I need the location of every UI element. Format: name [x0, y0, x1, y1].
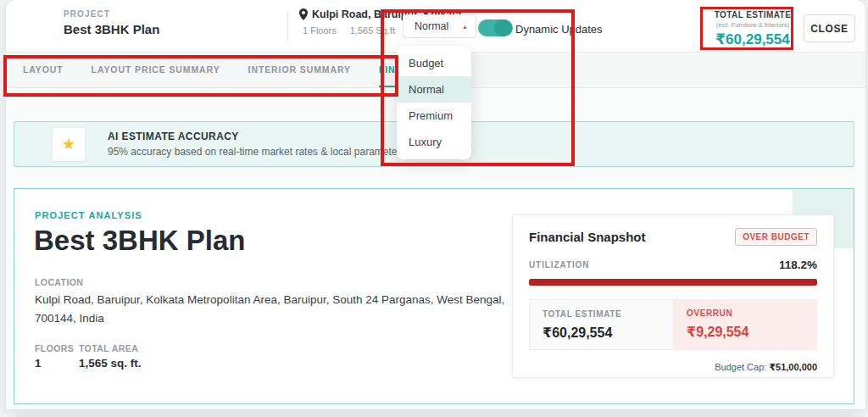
floors-meta: 1 Floors [303, 25, 337, 36]
quality-select-value: Normal [415, 20, 448, 32]
dynamic-updates-toggle[interactable] [478, 19, 513, 36]
header-divider [287, 11, 288, 42]
tab-layout[interactable]: LAYOUT [23, 53, 64, 87]
page-background: PROJECT Best 3BHK Plan Kulpi Road, Barui… [0, 0, 868, 417]
total-estimate-cell: TOTAL ESTIMATE ₹60,29,554 [529, 299, 674, 350]
utilization-bar-fill [529, 279, 817, 286]
floors-value: 1 [35, 357, 42, 370]
menu-item-normal[interactable]: Normal [397, 76, 471, 103]
cell-overrun-label: OVERRUN [687, 309, 817, 318]
banner-subtitle: 95% accuracy based on real-time market r… [108, 146, 409, 158]
quality-dropdown-menu: Budget Normal Premium Luxury [397, 46, 471, 159]
budget-cap-label: Budget Cap: [715, 362, 766, 372]
utilization-label: UTILIZATION [529, 260, 589, 270]
financial-snapshot-card: Financial Snapshot OVER BUDGET UTILIZATI… [512, 214, 834, 378]
page-title: Best 3BHK Plan [34, 225, 245, 257]
utilization-bar [529, 279, 817, 286]
project-name: Best 3BHK Plan [64, 22, 159, 36]
overrun-cell: OVERRUN ₹9,29,554 [674, 299, 817, 350]
tab-interior-summary[interactable]: INTERIOR SUMMARY [248, 53, 351, 87]
toggle-knob [495, 19, 512, 36]
project-block: PROJECT Best 3BHK Plan [64, 9, 159, 36]
total-area-label: TOTAL AREA [79, 343, 138, 353]
budget-cap: Budget Cap: ₹51,00,000 [529, 362, 817, 373]
cell-overrun-value: ₹9,29,554 [687, 324, 817, 340]
cell-total-estimate-label: TOTAL ESTIMATE [542, 309, 673, 319]
area-meta: 1,565 Sq.ft [350, 25, 395, 36]
project-label: PROJECT [64, 9, 159, 19]
star-icon: ★ [53, 128, 85, 161]
floors-label: FLOORS [35, 343, 74, 353]
dynamic-updates-label: Dynamic Updates [515, 23, 603, 36]
menu-item-premium[interactable]: Premium [397, 103, 471, 129]
section-label: PROJECT ANALYSIS [35, 210, 142, 220]
project-analysis-panel: PROJECT ANALYSIS Best 3BHK Plan LOCATION… [14, 188, 854, 404]
budget-cap-value: ₹51,00,000 [769, 362, 817, 372]
chevron-up-icon: ▲ [462, 24, 468, 30]
total-estimate-sublabel: (incl. Furniture & Interiors) [710, 21, 795, 29]
banner-title: AI ESTIMATE ACCURACY [108, 131, 409, 142]
financial-snapshot-title: Financial Snapshot [529, 230, 646, 244]
total-estimate-value: ₹60,29,554 [710, 31, 795, 48]
location-pin-icon [299, 8, 308, 20]
utilization-value: 118.2% [779, 259, 817, 271]
close-button[interactable]: CLOSE [804, 14, 855, 42]
bottom-strip [15, 411, 853, 417]
total-area-value: 1,565 sq. ft. [79, 357, 142, 370]
tab-layout-price-summary[interactable]: LAYOUT PRICE SUMMARY [92, 53, 220, 87]
modal-header: PROJECT Best 3BHK Plan Kulpi Road, Barui… [6, 0, 865, 53]
total-estimate-label: TOTAL ESTIMATE [710, 10, 795, 19]
total-estimate-block: TOTAL ESTIMATE (incl. Furniture & Interi… [710, 10, 795, 48]
quality-select[interactable]: Normal ▲ [403, 14, 476, 38]
cell-total-estimate-value: ₹60,29,554 [542, 325, 673, 341]
menu-item-budget[interactable]: Budget [397, 50, 471, 76]
menu-item-luxury[interactable]: Luxury [397, 129, 471, 155]
location-value: Kulpi Road, Baruipur, Kolkata Metropolit… [35, 291, 526, 329]
location-label: LOCATION [35, 277, 83, 287]
over-budget-badge: OVER BUDGET [735, 228, 817, 246]
